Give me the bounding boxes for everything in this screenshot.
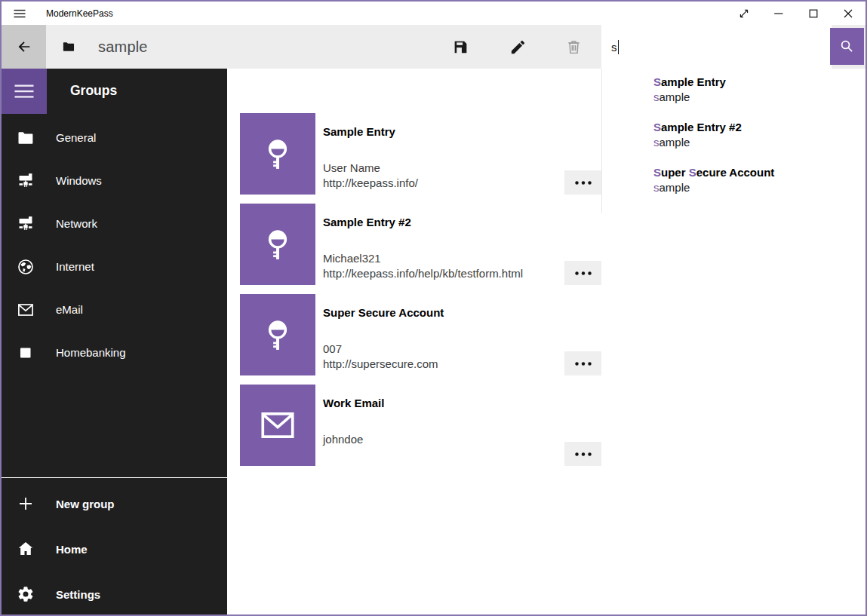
text-segment: ample Entry #2: [661, 121, 742, 133]
delete-button[interactable]: [555, 29, 592, 65]
entry-url: http://keepass.info/help/kb/testform.htm…: [323, 266, 523, 281]
titlebar-menu-button[interactable]: [2, 2, 38, 25]
mail-icon: [258, 406, 297, 445]
sidebar-item-label: eMail: [56, 303, 83, 316]
search-result[interactable]: Sample Entry sample: [602, 69, 865, 114]
text-caret: [618, 40, 620, 54]
home-icon: [17, 540, 35, 558]
key-icon: [258, 315, 297, 354]
text-segment: ecure Account: [696, 166, 775, 179]
more-icon: [575, 452, 592, 456]
folder-icon: [62, 40, 75, 54]
key-icon: [258, 225, 297, 264]
sidebar-heading: Groups: [70, 83, 117, 99]
plus-icon: [17, 495, 35, 513]
page-title: sample: [98, 25, 148, 69]
more-icon: [575, 362, 592, 366]
more-icon: [575, 271, 592, 275]
key-icon: [258, 134, 297, 173]
sidebar-item-home[interactable]: Home: [2, 526, 227, 572]
entry-url: http://supersecure.com: [323, 357, 444, 372]
entry-more-button[interactable]: [564, 351, 601, 375]
entry-title: Sample Entry #2: [323, 215, 523, 230]
entry-more-button[interactable]: [564, 170, 601, 195]
entry-text: Sample Entry #2 Michael321 http://keepas…: [323, 215, 523, 281]
search-result-title: Sample Entry #2: [653, 120, 865, 135]
entry-row[interactable]: Work Email johndoe: [240, 385, 601, 466]
save-icon: [452, 38, 469, 56]
search-input[interactable]: s: [601, 25, 832, 69]
globe-icon: [17, 258, 35, 276]
sidebar-item-label: Home: [56, 543, 88, 556]
sidebar-item-network[interactable]: Network: [2, 202, 227, 245]
entry-username: johndoe: [323, 432, 384, 447]
save-button[interactable]: [442, 29, 478, 65]
maximize-button[interactable]: [796, 2, 831, 25]
trash-icon: [565, 38, 583, 56]
text-segment: ample: [659, 90, 690, 103]
sidebar-hamburger-button[interactable]: [2, 69, 47, 114]
text-segment: S: [653, 166, 661, 179]
search-suggestions-dropdown: Sample Entry sample Sample Entry #2 samp…: [601, 69, 865, 213]
back-arrow-icon: [16, 38, 32, 55]
entry-row[interactable]: Sample Entry #2 Michael321 http://keepas…: [240, 204, 601, 285]
edit-button[interactable]: [500, 29, 536, 65]
search-result-title: Sample Entry: [653, 75, 865, 90]
search-result[interactable]: Super Secure Account sample: [602, 159, 865, 204]
text-segment: uper: [661, 166, 689, 179]
minimize-icon: [771, 6, 786, 21]
sidebar-item-internet[interactable]: Internet: [2, 245, 227, 288]
entry-tile[interactable]: [240, 204, 315, 285]
text-segment: S: [653, 75, 661, 88]
entry-row[interactable]: Super Secure Account 007 http://supersec…: [240, 294, 601, 375]
sidebar-item-label: Windows: [56, 174, 102, 187]
entry-row[interactable]: Sample Entry User Name http://keepass.in…: [240, 113, 601, 195]
current-group-chip: [62, 25, 75, 69]
search-result[interactable]: Sample Entry #2 sample: [602, 114, 865, 159]
folder-icon: [17, 129, 35, 147]
sidebar-item-label: Settings: [56, 588, 100, 601]
hamburger-icon: [13, 7, 26, 20]
entry-more-button[interactable]: [564, 261, 601, 285]
back-button[interactable]: [2, 25, 46, 69]
entry-tile[interactable]: [240, 385, 315, 466]
sidebar-item-general[interactable]: General: [2, 116, 227, 159]
sidebar-item-homebanking[interactable]: Homebanking: [2, 331, 227, 374]
sidebar-item-email[interactable]: eMail: [2, 288, 227, 331]
sidebar: Groups General Windows Network Internet …: [2, 69, 227, 614]
text-segment: ample: [659, 181, 690, 194]
group-list: General Windows Network Internet eMail H…: [2, 116, 227, 374]
banking-icon: [17, 344, 35, 362]
close-button[interactable]: [831, 2, 865, 25]
search-result-subtitle: sample: [653, 180, 865, 195]
hamburger-icon: [13, 80, 35, 103]
network-icon: [17, 172, 35, 190]
text-segment: s: [653, 181, 659, 194]
search-button[interactable]: [830, 28, 864, 65]
expand-button[interactable]: [727, 2, 761, 25]
minimize-button[interactable]: [761, 2, 796, 25]
window-title: ModernKeePass: [46, 8, 113, 19]
sidebar-footer: New group Home Settings: [2, 481, 227, 616]
search-icon: [839, 38, 855, 54]
sidebar-divider: [2, 477, 227, 478]
entry-tile[interactable]: [240, 113, 315, 195]
entry-text: Work Email johndoe: [323, 396, 384, 447]
gear-icon: [17, 585, 35, 603]
text-segment: S: [653, 121, 661, 133]
close-icon: [841, 6, 856, 21]
entry-more-button[interactable]: [564, 442, 601, 466]
network-icon: [17, 215, 35, 233]
text-segment: ample: [659, 136, 690, 149]
app-window: ModernKeePass sample s: [0, 0, 867, 616]
mail-icon: [17, 301, 35, 319]
entry-title: Sample Entry: [323, 124, 418, 139]
sidebar-item-new-group[interactable]: New group: [2, 481, 227, 526]
search-input-value: s: [611, 41, 617, 54]
sidebar-item-windows[interactable]: Windows: [2, 159, 227, 202]
sidebar-item-settings[interactable]: Settings: [2, 572, 227, 616]
search-result-subtitle: sample: [653, 135, 865, 150]
entry-username: 007: [323, 342, 444, 357]
app-bar: sample s: [2, 25, 865, 69]
entry-tile[interactable]: [240, 294, 315, 375]
